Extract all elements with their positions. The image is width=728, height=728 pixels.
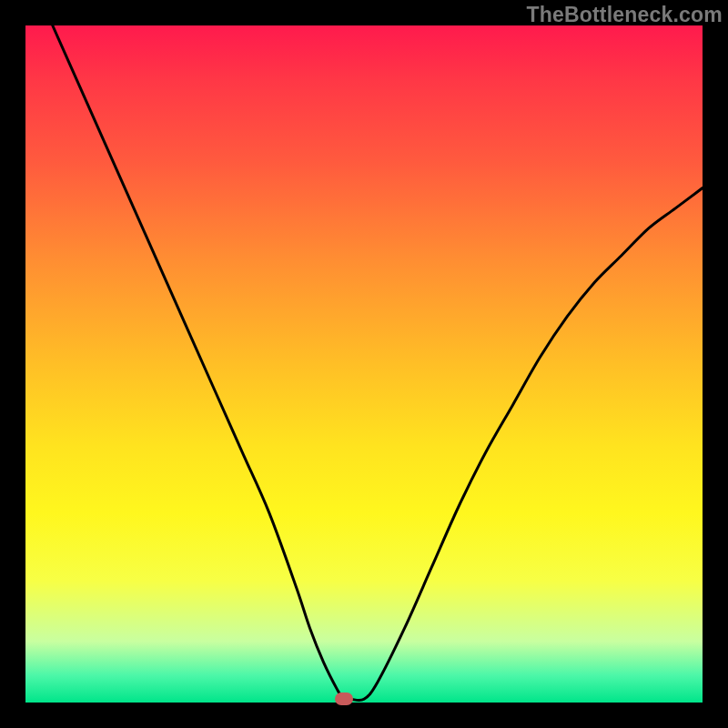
chart-frame: TheBottleneck.com [0, 0, 728, 728]
watermark-text: TheBottleneck.com [526, 3, 723, 27]
plot-area [25, 25, 703, 703]
bottleneck-curve [25, 25, 703, 703]
optimal-point-marker [335, 693, 353, 705]
